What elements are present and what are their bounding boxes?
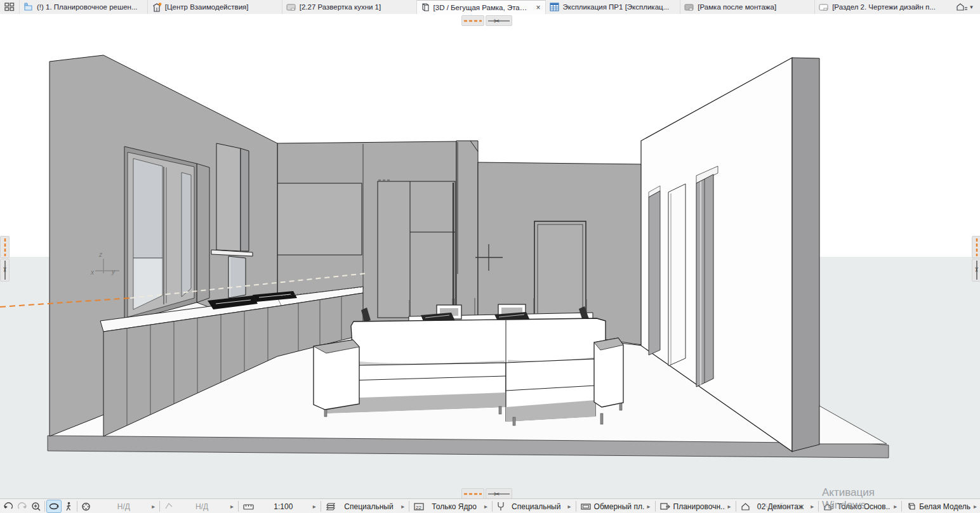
3d-view-icon	[421, 3, 430, 12]
quick-options-bar: Н/Д ▸ Н/Д ▸ 1:100 ▸ Специальный ▸ 22	[0, 498, 980, 513]
zoom-in-button[interactable]	[29, 500, 43, 512]
scissors-icon: ✂	[973, 261, 980, 280]
explore-walk-button[interactable]	[62, 500, 76, 512]
layers-icon	[326, 502, 336, 511]
marquee-handle-top[interactable]	[461, 15, 484, 26]
axis-label-y: y	[111, 268, 116, 275]
pen-set-icon: 22	[414, 502, 424, 511]
zoom-next-button[interactable]	[15, 500, 29, 512]
tab-label: [2.27 Развертка кухни 1]	[300, 3, 413, 11]
trim-handle-right[interactable]: ✂	[972, 259, 980, 282]
rotation-dropdown[interactable]: Н/Д ▸	[161, 500, 237, 513]
fit-in-window-button[interactable]	[79, 500, 93, 512]
dropdown-arrow-icon: ▸	[811, 503, 814, 510]
separator	[238, 501, 239, 512]
trim-handle-bottom[interactable]: ✂	[486, 488, 512, 499]
renovation-stage-dropdown[interactable]: 02 Демонтаж ▸	[738, 500, 818, 513]
tab-label: [Рамка после монтажа]	[698, 3, 811, 11]
svg-text:✂: ✂	[1, 267, 8, 272]
right-wall-end-face	[792, 58, 819, 451]
zoom-level-value: Н/Д	[98, 502, 149, 511]
white-model-scene: z x y	[0, 14, 980, 498]
upper-cabinet	[277, 183, 362, 255]
tab-overview-button[interactable]	[0, 0, 20, 14]
trim-handle-top[interactable]: ✂	[486, 15, 512, 26]
separator	[44, 501, 45, 512]
tab-3d-view[interactable]: [3D / Бегущая Рамка, Этаж 1] ×	[417, 0, 546, 14]
renovation-filter-value: Только Основ...	[837, 502, 891, 511]
zoom-level-dropdown[interactable]: Н/Д ▸	[95, 500, 158, 513]
tab-label: Экспликация ПР1 [Экспликац...	[562, 3, 676, 11]
orbit-icon	[49, 502, 59, 510]
chevron-down-icon: ▾	[970, 4, 973, 10]
transfer-settings-icon	[660, 502, 670, 511]
tab-kitchen-elevation[interactable]: [2.27 Развертка кухни 1]	[282, 0, 417, 14]
tab-label: [Центр Взаимодействия]	[165, 3, 278, 11]
3d-viewport[interactable]: z x y ✂ ✂ ✂ ✂	[0, 14, 980, 498]
walk-person-icon	[65, 502, 72, 512]
dimension-icon	[581, 503, 591, 510]
elevation-icon	[286, 3, 296, 11]
tab-schedule[interactable]: Экспликация ПР1 [Экспликац...	[546, 0, 680, 14]
marquee-handle-bottom[interactable]	[461, 488, 484, 499]
favorites-dropdown[interactable]: Планировочн... ▸	[657, 500, 734, 513]
dimension-style-dropdown[interactable]: Обмерный пл... ▸	[578, 500, 654, 513]
tab-frame-after-montage[interactable]: [Рамка после монтажа]	[680, 0, 815, 14]
fit-in-window-icon	[81, 502, 91, 512]
separator	[159, 501, 160, 512]
tab-plan-solution[interactable]: (!) 1. Планировочное решен...	[20, 0, 148, 14]
door-leaf	[696, 174, 713, 387]
axis-label-x: x	[90, 269, 95, 276]
dropdown-arrow-icon: ▸	[152, 503, 155, 510]
grid-icon	[4, 3, 15, 11]
model-view-options-value: Специальный	[508, 502, 565, 511]
door-leaf	[649, 191, 660, 355]
scissors-icon: ✂	[488, 16, 510, 25]
separator	[492, 501, 493, 512]
layer-combination-value: Специальный	[340, 502, 399, 511]
separator	[321, 501, 321, 512]
sofa-back-cushions	[351, 318, 606, 366]
scale-value: 1:100	[257, 502, 310, 511]
model-display-dropdown[interactable]: Белая Модель ▸	[903, 500, 980, 513]
favorites-value: Планировочн...	[673, 502, 725, 511]
scale-ruler-icon	[243, 503, 254, 510]
model-view-options-dropdown[interactable]: Специальный ▸	[494, 500, 574, 513]
dropdown-arrow-icon: ▸	[894, 503, 897, 510]
layout-icon	[819, 3, 829, 11]
close-tab-icon[interactable]: ×	[534, 3, 541, 12]
cube-icon	[906, 502, 916, 511]
zoom-previous-button[interactable]	[1, 500, 15, 512]
separator	[736, 501, 736, 512]
separator	[409, 501, 409, 512]
svg-text:✂: ✂	[973, 267, 980, 272]
svg-text:✂: ✂	[494, 490, 500, 498]
renovation-filter-dropdown[interactable]: Только Основ... ▸	[820, 500, 900, 513]
orbit-button[interactable]	[46, 500, 62, 513]
scale-dropdown[interactable]: 1:100 ▸	[240, 500, 319, 513]
model-display-value: Белая Модель	[919, 502, 970, 511]
layer-combination-dropdown[interactable]: Специальный ▸	[322, 500, 408, 513]
teamwork-tower-icon	[152, 3, 162, 12]
schedule-icon	[550, 3, 559, 11]
separator	[901, 501, 902, 512]
scissors-icon: ✂	[488, 490, 510, 498]
dimension-style-value: Обмерный пл...	[594, 502, 644, 511]
dropdown-arrow-icon: ▸	[568, 503, 571, 510]
svg-text:22: 22	[416, 504, 421, 510]
dropdown-arrow-icon: ▸	[647, 503, 651, 510]
tab-bar: (!) 1. Планировочное решен... [Центр Вза…	[0, 0, 980, 15]
marquee-handle-left[interactable]	[0, 236, 10, 258]
scissors-icon: ✂	[1, 261, 9, 280]
pen-set-dropdown[interactable]: 22 Только Ядро ▸	[411, 500, 491, 513]
tab-list-menu-button[interactable]: ▾	[950, 0, 980, 14]
axis-label-z: z	[98, 251, 102, 258]
marquee-handle-right[interactable]	[972, 236, 980, 258]
pen-nib-icon	[497, 502, 505, 511]
tab-teamwork-center[interactable]: [Центр Взаимодействия]	[148, 0, 282, 14]
trim-handle-left[interactable]: ✂	[0, 259, 10, 282]
tab-section2-drawings[interactable]: [Раздел 2. Чертежи дизайн п...	[815, 0, 950, 14]
views-home-icon	[957, 3, 968, 12]
zoom-next-icon	[17, 502, 27, 511]
separator	[655, 501, 656, 512]
